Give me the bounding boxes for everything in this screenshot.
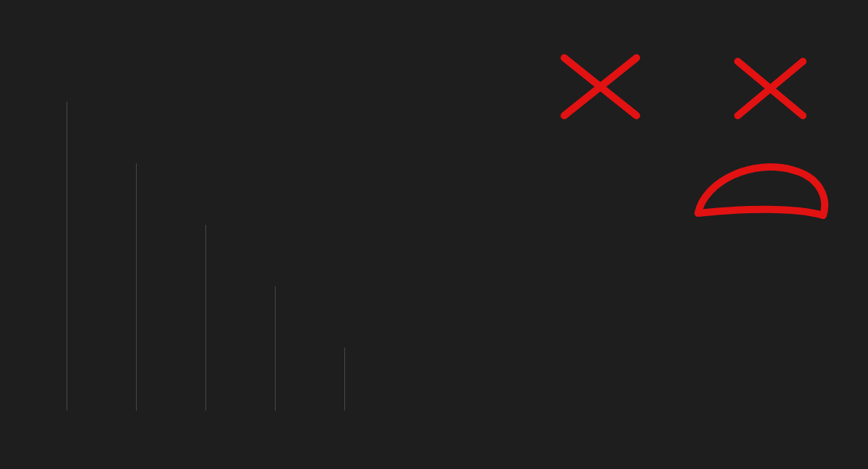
svg-line-2 — [738, 61, 803, 116]
svg-line-3 — [738, 61, 803, 116]
indent-guide-4 — [275, 286, 276, 410]
indent-guide-2 — [136, 163, 137, 410]
indent-guide-1 — [67, 102, 67, 410]
code-editor: for i in [1,2]: for j in [3,4]: for k in… — [29, 58, 654, 469]
indent-guide-3 — [205, 225, 206, 410]
indent-guide-5 — [344, 348, 345, 410]
